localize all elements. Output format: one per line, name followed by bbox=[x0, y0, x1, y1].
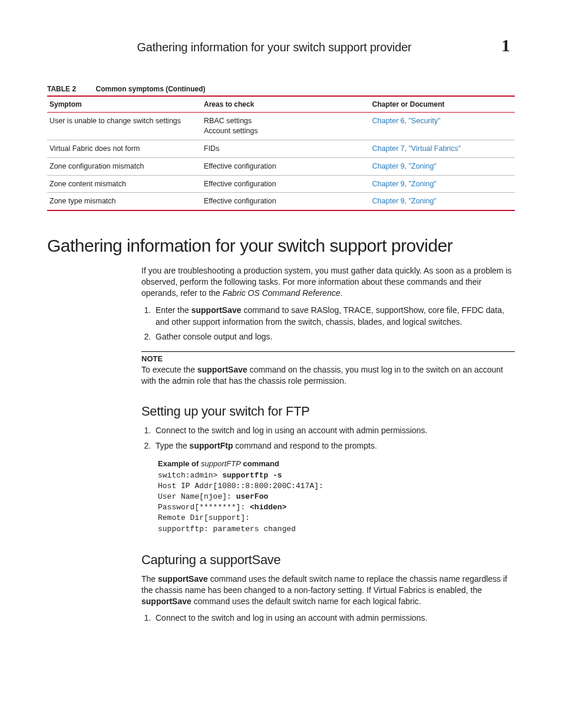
list-item: Type the supportFtp command and respond … bbox=[153, 440, 515, 452]
list-item: Gather console output and logs. bbox=[153, 331, 515, 343]
cell-areas: RBAC settings Account settings bbox=[201, 113, 370, 140]
cell-symptom: Zone content mismatch bbox=[47, 175, 201, 193]
command-name: supportSave bbox=[158, 574, 208, 584]
note-text: To execute the supportSave command on th… bbox=[141, 364, 515, 387]
code-line: Remote Dir[support]: bbox=[158, 513, 250, 522]
cell-symptom: Zone configuration mismatch bbox=[47, 157, 201, 175]
list-item: Connect to the switch and log in using a… bbox=[153, 425, 515, 437]
cell-areas: Effective configuration bbox=[201, 193, 370, 210]
code-bold: userFoo bbox=[236, 492, 269, 501]
example-label: Example of supportFTP command bbox=[158, 459, 515, 468]
command-name: supportFtp bbox=[190, 441, 233, 450]
cell-chapter: Chapter 6, "Security" bbox=[370, 113, 515, 140]
cell-chapter: Chapter 7, "Virtual Fabrics" bbox=[370, 140, 515, 157]
table-caption: TABLE 2 Common symptoms (Continued) bbox=[47, 85, 515, 93]
running-title: Gathering information for your switch su… bbox=[47, 41, 501, 54]
symptoms-table: Symptom Areas to check Chapter or Docume… bbox=[47, 95, 515, 211]
cell-chapter: Chapter 9, "Zoning" bbox=[370, 175, 515, 193]
intro-paragraph: If you are troubleshooting a production … bbox=[141, 265, 515, 299]
command-name: supportSave bbox=[141, 597, 191, 606]
col-symptom: Symptom bbox=[47, 96, 201, 113]
example-label-post: command bbox=[241, 459, 279, 468]
chapter-link[interactable]: Chapter 7, "Virtual Fabrics" bbox=[372, 144, 461, 153]
note-rule bbox=[141, 351, 515, 352]
note-label: NOTE bbox=[141, 354, 515, 363]
cell-chapter: Chapter 9, "Zoning" bbox=[370, 157, 515, 175]
chapter-link[interactable]: Chapter 6, "Security" bbox=[372, 117, 441, 125]
subsection-heading-ftp: Setting up your switch for FTP bbox=[141, 404, 515, 419]
intro-text-end: . bbox=[340, 288, 343, 298]
chapter-number: 1 bbox=[501, 35, 510, 55]
capture-paragraph: The supportSave command uses the default… bbox=[141, 574, 515, 607]
table-row: Zone type mismatch Effective configurati… bbox=[47, 193, 515, 210]
table-title: Common symptoms (Continued) bbox=[95, 85, 205, 93]
capture-text: The bbox=[141, 574, 158, 584]
table-row: Zone content mismatch Effective configur… bbox=[47, 175, 515, 193]
capture-text-post: command uses the default switch name for… bbox=[191, 597, 421, 606]
command-name: supportSave bbox=[191, 305, 242, 315]
code-line: User Name[njoe]: bbox=[158, 492, 236, 501]
code-example: switch:admin> supportftp -s Host IP Addr… bbox=[158, 470, 515, 535]
example-label-italic: supportFTP bbox=[201, 459, 241, 468]
table-row: Zone configuration mismatch Effective co… bbox=[47, 157, 515, 175]
subsection-heading-capture: Capturing a supportSave bbox=[141, 552, 515, 568]
document-page: Gathering information for your switch su… bbox=[0, 0, 562, 728]
code-bold: <hidden> bbox=[250, 503, 286, 512]
code-line: supportftp: parameters changed bbox=[158, 525, 296, 533]
note-text-pre: To execute the bbox=[141, 365, 197, 374]
col-areas: Areas to check bbox=[201, 96, 370, 113]
cell-chapter: Chapter 9, "Zoning" bbox=[370, 193, 515, 210]
cell-symptom: Zone type mismatch bbox=[47, 193, 201, 210]
cell-symptom: Virtual Fabric does not form bbox=[47, 140, 201, 157]
command-name: supportSave bbox=[197, 365, 247, 374]
step-text: Enter the bbox=[156, 305, 191, 315]
code-line: switch:admin> bbox=[158, 471, 222, 480]
step-text-end: command and respond to the prompts. bbox=[233, 441, 376, 450]
running-header: Gathering information for your switch su… bbox=[47, 35, 515, 55]
col-chapter: Chapter or Document bbox=[370, 96, 515, 113]
code-bold: supportftp -s bbox=[222, 471, 282, 480]
reference-title: Fabric OS Command Reference bbox=[223, 288, 340, 298]
chapter-link[interactable]: Chapter 9, "Zoning" bbox=[372, 197, 437, 205]
section-body: If you are troubleshooting a production … bbox=[141, 265, 515, 624]
chapter-link[interactable]: Chapter 9, "Zoning" bbox=[372, 162, 437, 170]
cell-areas: FIDs bbox=[201, 140, 370, 157]
example-label-pre: Example of bbox=[158, 459, 201, 468]
cell-areas: Effective configuration bbox=[201, 175, 370, 193]
step-text: Type the bbox=[156, 441, 190, 450]
table-row: Virtual Fabric does not form FIDs Chapte… bbox=[47, 140, 515, 157]
code-line: Password[********]: bbox=[158, 503, 250, 512]
cell-symptom: User is unable to change switch settings bbox=[47, 113, 201, 140]
table-row: User is unable to change switch settings… bbox=[47, 113, 515, 140]
section-heading: Gathering information for your switch su… bbox=[47, 236, 515, 256]
code-line: Host IP Addr[1080::8:800:200C:417A]: bbox=[158, 482, 323, 490]
table-label: TABLE 2 bbox=[47, 85, 76, 93]
table-header-row: Symptom Areas to check Chapter or Docume… bbox=[47, 96, 515, 113]
steps-list: Connect to the switch and log in using a… bbox=[141, 612, 515, 624]
list-item: Connect to the switch and log in using a… bbox=[153, 612, 515, 624]
list-item: Enter the supportSave command to save RA… bbox=[153, 305, 515, 328]
steps-list: Connect to the switch and log in using a… bbox=[141, 425, 515, 452]
chapter-link[interactable]: Chapter 9, "Zoning" bbox=[372, 180, 437, 188]
cell-areas: Effective configuration bbox=[201, 157, 370, 175]
steps-list: Enter the supportSave command to save RA… bbox=[141, 305, 515, 343]
